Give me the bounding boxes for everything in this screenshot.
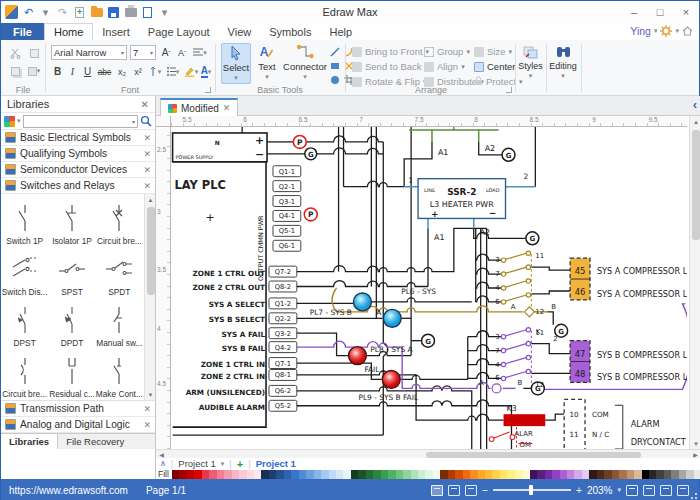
line-tool-icon[interactable] xyxy=(329,46,341,58)
library-search-input[interactable]: ▾ xyxy=(23,115,138,128)
symbol-spdt[interactable]: SPDT xyxy=(96,247,143,298)
color-swatch[interactable] xyxy=(664,470,671,479)
alarm-drycontact-block[interactable]: 10 11 12 COM N / C N / O ALARM DRYCONTAC… xyxy=(564,399,687,449)
color-swatch[interactable] xyxy=(492,470,499,479)
symbol-isolator-1p[interactable]: Isolator 1P xyxy=(48,196,95,247)
collapse-pages-icon[interactable]: ∧ xyxy=(160,459,166,468)
color-swatch[interactable] xyxy=(261,470,268,479)
tab-home[interactable]: Home xyxy=(44,23,93,40)
color-swatch[interactable] xyxy=(545,470,552,479)
color-swatch[interactable] xyxy=(515,470,522,479)
color-swatch[interactable] xyxy=(537,470,544,479)
color-swatch[interactable] xyxy=(627,470,634,479)
sys-b-compressor-block[interactable]: 47 48 SYS B COMPRESSOR L SYS B COMPRESSO… xyxy=(570,341,687,383)
styles-button[interactable]: Styles▾ xyxy=(517,43,544,84)
fit-page-icon[interactable] xyxy=(643,485,655,496)
bold-button[interactable]: B xyxy=(51,64,64,79)
color-swatch[interactable] xyxy=(381,470,388,479)
color-swatch[interactable] xyxy=(247,470,254,479)
zoom-slider[interactable] xyxy=(493,489,571,491)
tab-page-layout[interactable]: Page Layout xyxy=(139,23,219,40)
color-swatch[interactable] xyxy=(500,470,507,479)
underline-button[interactable]: U xyxy=(81,64,94,79)
color-swatch[interactable] xyxy=(597,470,604,479)
color-swatch[interactable] xyxy=(574,470,581,479)
color-swatch[interactable] xyxy=(217,470,224,479)
symbol-make-contact[interactable]: Make Cont... xyxy=(96,349,143,400)
scroll-down-icon[interactable]: ▼ xyxy=(145,389,155,400)
close-library-icon[interactable]: ✕ xyxy=(143,420,151,430)
color-swatch[interactable] xyxy=(284,470,291,479)
color-swatch[interactable] xyxy=(358,470,365,479)
redo-button[interactable]: ↷ xyxy=(56,6,69,19)
symbol-circuit-breaker[interactable]: Circuit bre... xyxy=(96,196,143,247)
color-swatch[interactable] xyxy=(671,470,678,479)
color-swatch[interactable] xyxy=(634,470,641,479)
presentation-view-icon[interactable] xyxy=(465,485,477,496)
plc-output-terminals[interactable]: Q1-1Q2-1 Q3-1Q4-1 Q5-1Q6-1 xyxy=(273,166,301,251)
align-button[interactable]: Align▾ xyxy=(424,60,465,73)
tab-view[interactable]: View xyxy=(219,23,261,40)
close-document-icon[interactable]: ✕ xyxy=(223,103,231,113)
color-swatch[interactable] xyxy=(530,470,537,479)
color-swatch[interactable] xyxy=(306,470,313,479)
undo-button[interactable]: ↶ xyxy=(22,6,35,19)
export-button[interactable] xyxy=(141,6,154,19)
sys-b-contact-set[interactable]: 37 46 11 2 12 A B xyxy=(479,328,558,393)
collapse-panel-icon[interactable]: ‹ xyxy=(693,97,697,112)
panel-tab-file-recovery[interactable]: File Recovery xyxy=(58,434,132,449)
color-swatch[interactable] xyxy=(224,470,231,479)
search-icon[interactable] xyxy=(140,115,152,127)
user-dropdown[interactable]: ▾ xyxy=(654,27,658,35)
color-swatch[interactable] xyxy=(351,470,358,479)
color-swatch[interactable] xyxy=(649,470,656,479)
font-color-button[interactable]: A▾ xyxy=(199,64,213,79)
color-swatch[interactable] xyxy=(418,470,425,479)
page-selector[interactable]: Project 1 xyxy=(178,458,216,469)
color-swatch[interactable] xyxy=(314,470,321,479)
symbol-switch-disconnector[interactable]: Switch Dis... xyxy=(1,247,48,298)
subscript-button[interactable]: x₂ xyxy=(115,64,129,79)
color-swatch[interactable] xyxy=(522,470,529,479)
font-dialog-launcher[interactable] xyxy=(205,87,211,93)
color-swatch[interactable] xyxy=(470,470,477,479)
shrink-font-button[interactable]: Aˇ xyxy=(175,45,189,60)
symbol-dpst[interactable]: DPST xyxy=(1,298,48,349)
strikethrough-button[interactable]: abc xyxy=(96,64,113,79)
color-swatch[interactable] xyxy=(232,470,239,479)
canvas-vertical-scrollbar[interactable]: ▲ ▼ xyxy=(689,116,700,449)
zoom-out-button[interactable]: − xyxy=(482,485,488,496)
resize-grip[interactable] xyxy=(690,492,698,500)
color-swatch[interactable] xyxy=(187,470,194,479)
open-button[interactable] xyxy=(90,6,103,19)
color-swatch[interactable] xyxy=(619,470,626,479)
color-swatch[interactable] xyxy=(373,470,380,479)
print-button[interactable] xyxy=(124,6,137,19)
horizontal-ruler[interactable]: 5.56 6.57 7.58 8.59 9.5 xyxy=(171,116,687,127)
color-swatch[interactable] xyxy=(589,470,596,479)
arrange-dialog-launcher[interactable] xyxy=(506,87,512,93)
color-swatch[interactable] xyxy=(343,470,350,479)
grid-view-icon[interactable] xyxy=(677,485,689,496)
zoom-slider-knob[interactable] xyxy=(529,485,533,495)
plc-io-terminals[interactable]: Q7-2Q8-2 Q1-2Q2-2 Q3-2Q4-2 Q7-1Q8-1 Q6-2… xyxy=(269,266,297,411)
rectangle-tool-icon[interactable] xyxy=(329,60,341,72)
color-swatch[interactable] xyxy=(694,470,700,479)
page-tab-project1[interactable]: Project 1 xyxy=(256,458,296,469)
color-swatch[interactable] xyxy=(560,470,567,479)
scroll-down-icon[interactable]: ▼ xyxy=(690,438,700,449)
size-button[interactable]: Size▾ xyxy=(474,45,512,58)
color-swatch[interactable] xyxy=(209,470,216,479)
panel-tab-libraries[interactable]: Libraries xyxy=(1,434,58,449)
library-item-transmission-path[interactable]: Transmission Path✕ xyxy=(1,401,155,417)
center-button[interactable]: Center xyxy=(474,60,516,73)
format-painter-icon[interactable] xyxy=(25,45,43,61)
color-swatch[interactable] xyxy=(604,470,611,479)
close-library-icon[interactable]: ✕ xyxy=(143,133,151,143)
minimize-button[interactable]: – xyxy=(621,1,647,23)
tab-file[interactable]: File xyxy=(1,23,44,40)
library-item-analog-digital-logic[interactable]: Analog and Digital Logic✕ xyxy=(1,417,155,433)
scroll-up-icon[interactable]: ▲ xyxy=(145,194,155,205)
tab-help[interactable]: Help xyxy=(320,23,361,40)
close-library-icon[interactable]: ✕ xyxy=(143,149,151,159)
